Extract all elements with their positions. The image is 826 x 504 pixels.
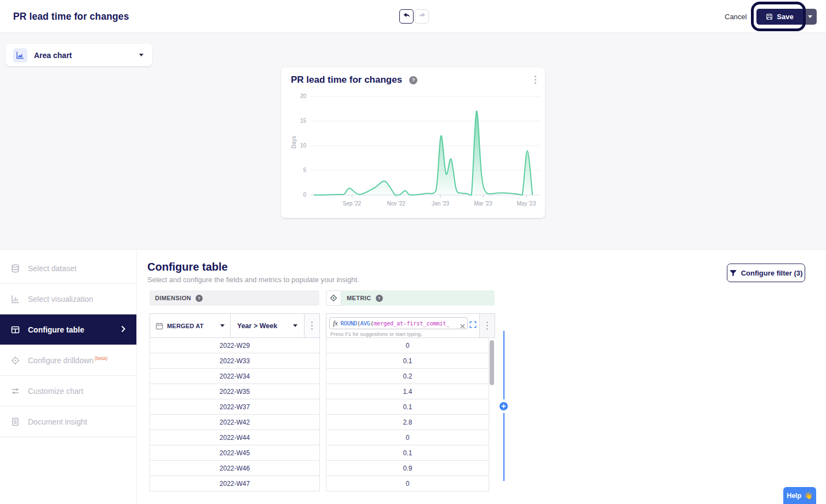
area-series-line (314, 111, 532, 195)
y-axis-tick-label: 5 (291, 167, 306, 173)
save-button[interactable]: Save (756, 9, 803, 25)
metric-value-cell: 0.1 (326, 445, 489, 461)
help-button[interactable]: Help 👋 (783, 487, 816, 504)
help-circle-icon[interactable]: ? (409, 76, 417, 84)
chart-type-selector[interactable]: Area chart (5, 44, 152, 66)
redo-button[interactable] (415, 9, 429, 24)
x-axis-tick-label: Mar '23 (467, 201, 500, 207)
chart-title: PR lead time for changes (291, 75, 402, 85)
sidebar-item-label: Select dataset (28, 264, 77, 273)
app-header: PR lead time for changes Cancel Save (0, 0, 826, 33)
filter-icon (730, 270, 737, 277)
dimension-value-cell: 2022-W37 (150, 399, 319, 415)
fx-icon: fx (333, 319, 338, 328)
sidebar-item-label: Configure drilldown(beta) (28, 356, 107, 365)
metric-column-menu[interactable] (479, 313, 495, 338)
dimension-header-bar: DIMENSION ? (150, 290, 319, 306)
metric-value-cell: 0.1 (326, 353, 489, 369)
expand-formula-icon[interactable] (469, 320, 477, 330)
redo-icon (418, 12, 426, 21)
sidebar-item-select-dataset[interactable]: Select dataset (0, 253, 136, 284)
undo-icon (403, 12, 411, 21)
metric-scrollbar[interactable] (490, 339, 494, 490)
save-options-button[interactable] (803, 9, 817, 25)
cancel-button[interactable]: Cancel (725, 0, 747, 33)
beta-badge: (beta) (95, 356, 108, 361)
document-icon (11, 417, 20, 426)
dimension-granularity-dropdown[interactable]: Year > Week (230, 313, 305, 338)
add-column-plus-icon[interactable] (499, 402, 508, 413)
sidebar-item-label: Select visualization (28, 295, 93, 303)
formula-fn-inner: AVG (360, 320, 370, 327)
area-series-fill (314, 111, 532, 195)
dimension-column-menu[interactable] (304, 313, 320, 338)
scrollbar-thumb[interactable] (490, 340, 494, 385)
dimension-value-cell: 2022-W35 (150, 384, 319, 399)
sidebar-item-label: Configure table (28, 325, 84, 334)
metric-value-cell: 0 (326, 430, 489, 445)
dimension-value-cell: 2022-W42 (150, 415, 319, 430)
add-column-indicator-line (503, 331, 504, 399)
granularity-label: Year > Week (237, 322, 293, 330)
dimension-field-dropdown[interactable]: MERGED AT (150, 313, 231, 338)
clear-formula-icon[interactable] (459, 321, 465, 329)
metric-header-bar: METRIC ? (326, 290, 495, 306)
dimension-field-label: MERGED AT (167, 323, 216, 329)
dimension-value-cell: 2022-W33 (150, 353, 319, 369)
metric-value-cell: 0.9 (326, 461, 489, 476)
undo-button[interactable] (399, 9, 414, 24)
metric-value-cell: 1.4 (326, 384, 489, 399)
steps-sidebar: Select dataset Select visualization Conf… (0, 250, 137, 504)
metric-value-cell: 2.8 (326, 415, 489, 430)
page-title: PR lead time for changes (13, 0, 129, 33)
chevron-down-icon (220, 324, 225, 327)
chevron-right-icon (121, 325, 125, 334)
save-icon (766, 13, 773, 20)
configure-filter-label: Configure filter (3) (741, 269, 803, 277)
wave-emoji: 👋 (804, 491, 813, 500)
database-icon (11, 264, 20, 273)
undo-redo-group (399, 9, 429, 24)
configure-section: Select dataset Select visualization Conf… (0, 249, 826, 504)
chevron-down-icon (139, 54, 144, 56)
calendar-icon (156, 322, 163, 330)
kebab-menu-icon (484, 319, 490, 332)
sidebar-item-customize-chart[interactable]: Customize chart (0, 376, 136, 406)
metric-value-cell: 0.1 (326, 399, 489, 415)
metric-value-cell: 0.2 (326, 369, 489, 384)
x-axis-tick-label: Sep '22 (336, 201, 369, 207)
dimension-value-cell: 2022-W45 (150, 445, 319, 461)
y-axis-tick-label: 20 (291, 93, 306, 99)
crosshair-icon (11, 356, 20, 365)
formula-field: merged_at-first_commit_ (374, 320, 450, 327)
sidebar-item-configure-table[interactable]: Configure table (0, 314, 136, 345)
dimension-value-cell: 2022-W29 (150, 338, 319, 353)
dimension-rows: 2022-W292022-W332022-W342022-W352022-W37… (150, 338, 320, 491)
metric-value-cell: 0 (326, 476, 489, 491)
chart-type-label: Area chart (34, 51, 72, 60)
metric-diamond-icon (326, 290, 341, 306)
save-button-label: Save (777, 13, 793, 21)
sliders-icon (11, 387, 20, 396)
chart-menu-button[interactable] (532, 73, 538, 86)
preview-area: Area chart PR lead time for changes ? Da… (0, 33, 826, 249)
panel-title: Configure table (147, 261, 228, 273)
metric-rows: 00.10.21.40.12.800.10.90 (326, 338, 489, 491)
sidebar-item-select-visualization[interactable]: Select visualization (0, 284, 136, 314)
area-chart-icon (13, 48, 27, 62)
help-circle-icon[interactable]: ? (196, 295, 203, 302)
help-circle-icon[interactable]: ? (376, 295, 383, 302)
kebab-menu-icon (309, 319, 315, 332)
configure-filter-button[interactable]: Configure filter (3) (727, 264, 805, 282)
x-axis-tick-label: May '23 (510, 201, 543, 207)
dimension-value-cell: 2022-W47 (150, 476, 319, 491)
area-chart-svg (309, 93, 542, 198)
formula-input[interactable]: fx ROUND(AVG(merged_at-first_commit_ (329, 317, 468, 329)
sidebar-item-configure-drilldown[interactable]: Configure drilldown(beta) (0, 345, 136, 376)
sidebar-item-label: Document insight (28, 417, 87, 426)
formula-hint: Press F1 for suggestions or start typing… (330, 331, 422, 337)
sidebar-item-document-insight[interactable]: Document insight (0, 406, 136, 437)
insight-chart-card: PR lead time for changes ? Days 05101520… (281, 67, 545, 218)
add-column-indicator-line (503, 413, 504, 481)
help-button-label: Help (787, 492, 801, 500)
